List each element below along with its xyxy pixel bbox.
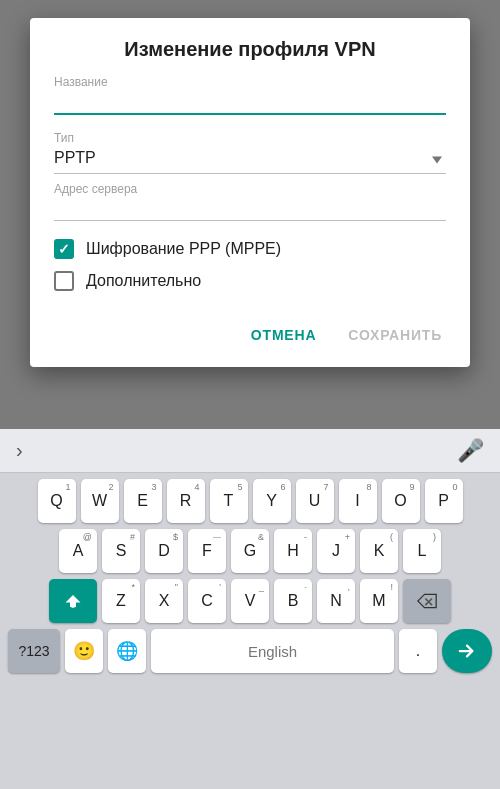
type-value: PPTP <box>54 147 446 169</box>
type-label: Тип <box>54 131 446 145</box>
keyboard-area: › 🎤 1Q 2W 3E 4R 5T 6Y 7U 8I 9O 0P @A #S … <box>0 429 500 789</box>
key-row-2: @A #S $D —F &G -H +J (K )L <box>4 529 496 573</box>
enter-key[interactable] <box>442 629 492 673</box>
server-label: Адрес сервера <box>54 182 446 196</box>
key-x[interactable]: "X <box>145 579 183 623</box>
key-w[interactable]: 2W <box>81 479 119 523</box>
dialog-title: Изменение профиля VPN <box>30 18 470 75</box>
dialog-actions: ОТМЕНА СОХРАНИТЬ <box>30 311 470 367</box>
type-select[interactable]: PPTP <box>54 147 446 174</box>
key-s[interactable]: #S <box>102 529 140 573</box>
key-r[interactable]: 4R <box>167 479 205 523</box>
key-l[interactable]: )L <box>403 529 441 573</box>
globe-key[interactable]: 🌐 <box>108 629 146 673</box>
key-n[interactable]: ,N <box>317 579 355 623</box>
name-label: Название <box>54 75 446 89</box>
advanced-checkbox[interactable] <box>54 271 74 291</box>
space-label: English <box>248 643 297 660</box>
advanced-checkbox-row[interactable]: Дополнительно <box>54 271 446 291</box>
key-row-1: 1Q 2W 3E 4R 5T 6Y 7U 8I 9O 0P <box>4 479 496 523</box>
checkmark-icon: ✓ <box>58 242 70 256</box>
shift-key[interactable] <box>49 579 97 623</box>
key-y[interactable]: 6Y <box>253 479 291 523</box>
key-c[interactable]: 'C <box>188 579 226 623</box>
dropdown-arrow-icon <box>432 157 442 164</box>
key-g[interactable]: &G <box>231 529 269 573</box>
key-q[interactable]: 1Q <box>38 479 76 523</box>
key-m[interactable]: !M <box>360 579 398 623</box>
name-input-wrap <box>54 91 446 115</box>
encryption-label: Шифрование PPP (MPPE) <box>86 240 281 258</box>
key-e[interactable]: 3E <box>124 479 162 523</box>
keyboard-toolbar: › 🎤 <box>0 429 500 473</box>
key-o[interactable]: 9O <box>382 479 420 523</box>
key-k[interactable]: (K <box>360 529 398 573</box>
encryption-checkbox[interactable]: ✓ <box>54 239 74 259</box>
server-input[interactable] <box>54 198 446 216</box>
key-j[interactable]: +J <box>317 529 355 573</box>
key-z[interactable]: *Z <box>102 579 140 623</box>
period-key[interactable]: . <box>399 629 437 673</box>
key-u[interactable]: 7U <box>296 479 334 523</box>
backspace-key[interactable] <box>403 579 451 623</box>
keyboard-rows: 1Q 2W 3E 4R 5T 6Y 7U 8I 9O 0P @A #S $D —… <box>0 473 500 675</box>
keyboard-collapse-button[interactable]: › <box>16 439 23 462</box>
server-input-wrap <box>54 198 446 221</box>
cancel-button[interactable]: ОТМЕНА <box>239 319 328 351</box>
encryption-checkbox-row[interactable]: ✓ Шифрование PPP (MPPE) <box>54 239 446 259</box>
microphone-icon[interactable]: 🎤 <box>457 438 484 464</box>
space-key[interactable]: English <box>151 629 394 673</box>
save-button[interactable]: СОХРАНИТЬ <box>336 319 454 351</box>
key-t[interactable]: 5T <box>210 479 248 523</box>
key-i[interactable]: 8I <box>339 479 377 523</box>
emoji-key[interactable]: 🙂 <box>65 629 103 673</box>
key-p[interactable]: 0P <box>425 479 463 523</box>
key-f[interactable]: —F <box>188 529 226 573</box>
key-row-3: *Z "X 'C _V ·B ,N !M <box>4 579 496 623</box>
num-key[interactable]: ?123 <box>8 629 60 673</box>
advanced-label: Дополнительно <box>86 272 201 290</box>
dialog-body: Название Тип PPTP Адрес сервера ✓ Шифров… <box>30 75 470 311</box>
svg-rect-0 <box>72 606 75 608</box>
key-a[interactable]: @A <box>59 529 97 573</box>
key-d[interactable]: $D <box>145 529 183 573</box>
key-row-bottom: ?123 🙂 🌐 English . <box>4 629 496 673</box>
dialog-overlay: Изменение профиля VPN Название Тип PPTP … <box>0 0 500 430</box>
vpn-dialog: Изменение профиля VPN Название Тип PPTP … <box>30 18 470 367</box>
key-h[interactable]: -H <box>274 529 312 573</box>
key-v[interactable]: _V <box>231 579 269 623</box>
key-b[interactable]: ·B <box>274 579 312 623</box>
name-input[interactable] <box>54 91 446 109</box>
